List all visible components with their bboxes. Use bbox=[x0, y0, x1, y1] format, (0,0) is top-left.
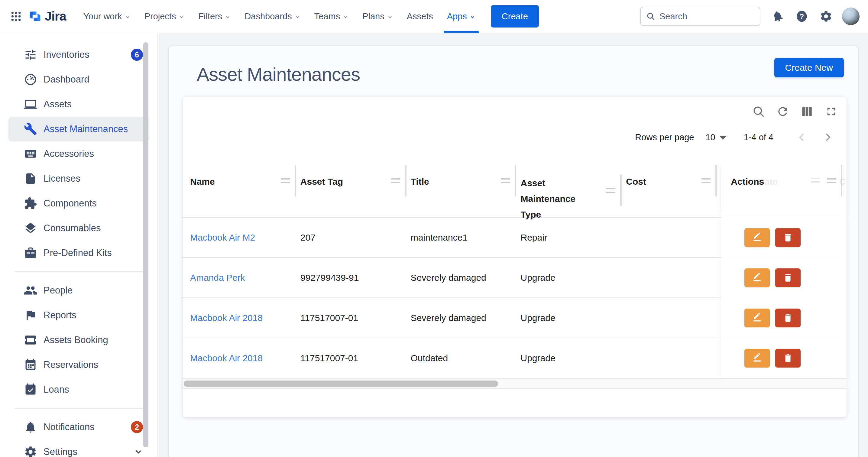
nav-item-plans[interactable]: Plans bbox=[355, 0, 400, 33]
settings-gear-icon bbox=[819, 10, 833, 23]
chevron-down-icon bbox=[470, 14, 475, 20]
delete-icon bbox=[783, 353, 793, 363]
settings-button[interactable] bbox=[819, 9, 833, 23]
column-drag-handle-icon[interactable] bbox=[702, 178, 711, 183]
asset-name-link[interactable]: Macbook Air M2 bbox=[190, 233, 301, 243]
column-drag-handle-icon[interactable] bbox=[606, 188, 615, 193]
sidebar-item-loans[interactable]: Loans bbox=[8, 377, 149, 402]
page-title: Asset Maintenances bbox=[197, 63, 360, 85]
table-refresh-button[interactable] bbox=[776, 104, 790, 119]
column-drag-handle-icon[interactable] bbox=[391, 178, 400, 183]
asset-name-link[interactable]: Macbook Air 2018 bbox=[190, 353, 301, 363]
sidebar-item-assets-booking[interactable]: Assets Booking bbox=[8, 328, 149, 353]
top-navbar: Jira Your work Projects Filters Dashboar… bbox=[0, 0, 868, 33]
nav-item-dashboards[interactable]: Dashboards bbox=[238, 0, 307, 33]
column-header-asset-tag[interactable]: Asset Tag bbox=[301, 163, 411, 217]
sidebar-item-consumables[interactable]: Consumables bbox=[8, 216, 149, 241]
sidebar-item-licenses[interactable]: Licenses bbox=[8, 166, 149, 191]
sidebar-item-label: Licenses bbox=[43, 173, 81, 184]
column-header-cost[interactable]: Cost bbox=[626, 163, 721, 217]
column-resize-separator[interactable] bbox=[515, 165, 516, 196]
nav-item-label: Dashboards bbox=[245, 11, 292, 22]
nav-item-filters[interactable]: Filters bbox=[191, 0, 238, 33]
column-drag-handle-icon[interactable] bbox=[827, 178, 836, 183]
nav-item-your-work[interactable]: Your work bbox=[76, 0, 137, 33]
pagination-prev-button[interactable] bbox=[795, 130, 808, 144]
sidebar-item-dashboard[interactable]: Dashboard bbox=[8, 67, 149, 92]
create-button[interactable]: Create bbox=[491, 5, 539, 28]
nav-item-projects[interactable]: Projects bbox=[137, 0, 192, 33]
table-horizontal-scrollbar[interactable] bbox=[183, 378, 846, 389]
sidebar-item-notifications[interactable]: Notifications 2 bbox=[8, 415, 149, 439]
sidebar-item-people[interactable]: People bbox=[8, 278, 149, 303]
table-fullscreen-button[interactable] bbox=[824, 104, 838, 119]
create-new-button[interactable]: Create New bbox=[774, 58, 844, 78]
pagination-next-button[interactable] bbox=[821, 130, 834, 144]
chevron-down-icon bbox=[225, 14, 230, 20]
column-header-name[interactable]: Name bbox=[190, 163, 301, 217]
delete-button[interactable] bbox=[775, 268, 801, 287]
column-header-asset-maintenance-type[interactable]: Asset Maintenance Type bbox=[521, 163, 626, 217]
delete-button[interactable] bbox=[775, 309, 801, 327]
sidebar-item-inventories[interactable]: Inventories 6 bbox=[8, 42, 149, 67]
sidebar-item-label: Asset Maintenances bbox=[43, 124, 128, 134]
actions-cell bbox=[721, 257, 846, 298]
sidebar-item-reservations[interactable]: Reservations bbox=[8, 353, 149, 377]
table-row: Macbook Air 2018 117517007-01 Severely d… bbox=[183, 298, 846, 338]
delete-button[interactable] bbox=[775, 349, 801, 368]
column-resize-separator[interactable] bbox=[715, 165, 717, 196]
jira-logo[interactable]: Jira bbox=[28, 9, 66, 24]
maintenance-type-cell: Upgrade bbox=[521, 313, 626, 323]
table-search-button[interactable] bbox=[752, 104, 766, 119]
global-search[interactable] bbox=[640, 7, 761, 26]
sidebar-item-settings[interactable]: Settings bbox=[8, 439, 149, 457]
table-row: Macbook Air 2018 117517007-01 Outdated U… bbox=[183, 338, 846, 378]
delete-button[interactable] bbox=[775, 228, 801, 247]
sidebar-item-accessories[interactable]: Accessories bbox=[8, 142, 149, 166]
asset-name-link[interactable]: Amanda Perk bbox=[190, 273, 301, 283]
sidebar-scrollbar[interactable] bbox=[143, 42, 148, 447]
sidebar-item-reports[interactable]: Reports bbox=[8, 303, 149, 328]
edit-button[interactable] bbox=[744, 349, 770, 368]
table-row: Amanda Perk 992799439-91 Severely damage… bbox=[183, 258, 846, 298]
table-view-columns-button[interactable] bbox=[800, 104, 814, 119]
ghost-column-fragment: C bbox=[839, 177, 846, 187]
sidebar-item-components[interactable]: Components bbox=[8, 191, 149, 216]
view-columns-icon bbox=[801, 105, 813, 118]
asset-name-link[interactable]: Macbook Air 2018 bbox=[190, 313, 301, 323]
column-drag-handle-icon[interactable] bbox=[501, 178, 510, 183]
column-header-title[interactable]: Title bbox=[411, 163, 521, 217]
edit-button[interactable] bbox=[744, 228, 770, 247]
horizontal-scrollbar-thumb[interactable] bbox=[184, 380, 498, 387]
sidebar-item-label: Dashboard bbox=[43, 74, 89, 85]
rows-per-page-label: Rows per page bbox=[635, 132, 694, 142]
sidebar-item-label: Assets bbox=[43, 99, 72, 110]
search-input[interactable] bbox=[659, 11, 750, 22]
avatar[interactable] bbox=[842, 7, 860, 25]
nav-item-teams[interactable]: Teams bbox=[307, 0, 355, 33]
edit-button[interactable] bbox=[744, 309, 770, 327]
chevron-down-icon bbox=[125, 14, 130, 20]
actions-cell bbox=[721, 338, 846, 378]
notifications-button[interactable] bbox=[771, 9, 784, 23]
help-button[interactable]: ? bbox=[795, 9, 809, 23]
column-resize-separator[interactable] bbox=[295, 165, 296, 196]
chevron-down-icon bbox=[134, 447, 143, 456]
reservations-icon bbox=[24, 358, 37, 372]
rows-per-page-select[interactable]: 10 bbox=[705, 132, 726, 142]
column-header-actions[interactable]: Actions Date C bbox=[721, 163, 846, 217]
column-drag-handle-icon[interactable] bbox=[281, 178, 290, 183]
edit-button[interactable] bbox=[744, 268, 770, 287]
column-resize-separator[interactable] bbox=[405, 165, 406, 196]
dashboard-icon bbox=[24, 72, 37, 86]
assets-icon bbox=[24, 97, 37, 111]
sidebar-item-pre-defined-kits[interactable]: Pre-Defined Kits bbox=[8, 241, 149, 265]
sidebar-item-assets[interactable]: Assets bbox=[8, 92, 149, 117]
nav-item-assets[interactable]: Assets bbox=[400, 0, 440, 33]
sidebar-item-asset-maintenances[interactable]: Asset Maintenances bbox=[8, 117, 149, 142]
app-switcher-button[interactable] bbox=[9, 9, 23, 23]
column-resize-separator[interactable] bbox=[620, 175, 622, 206]
nav-item-label: Assets bbox=[407, 11, 433, 22]
notifications-count-badge: 2 bbox=[131, 421, 143, 433]
nav-item-apps[interactable]: Apps bbox=[440, 0, 483, 33]
